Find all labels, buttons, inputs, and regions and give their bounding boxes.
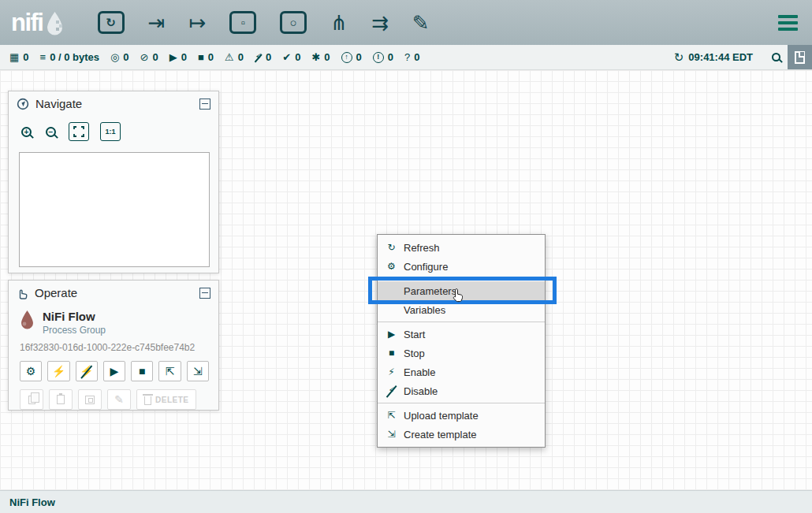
zoom-fit-button[interactable] — [69, 122, 89, 141]
operate-secondary-buttons: ✎ DELETE — [9, 388, 218, 410]
nifi-droplet-logo-icon — [45, 11, 65, 36]
menu-item-stop[interactable]: ■Stop — [378, 344, 545, 362]
stopped-icon: ■ — [198, 52, 204, 62]
note-panel-button[interactable] — [788, 45, 812, 69]
sync-failure-icon: ? — [404, 52, 410, 62]
status-total-queued: ≡0 / 0 bytes — [40, 51, 99, 63]
upload-template-button[interactable]: ⇱ — [158, 361, 181, 381]
not-transmitting-icon: ⊘ — [140, 52, 149, 62]
lightning-slash-icon: ⚡ — [80, 366, 93, 377]
status-locally-modified-and-stale: !0 — [373, 51, 393, 63]
selected-component-type: Process Group — [43, 325, 106, 336]
menu-item-variables[interactable]: Variables — [378, 300, 545, 319]
processor-icon[interactable]: ↻ — [98, 11, 125, 34]
menu-item-parameters[interactable]: Parameters — [378, 281, 545, 300]
refresh-flow-button[interactable]: ↻ 09:41:44 EDT — [674, 51, 753, 63]
global-menu-button[interactable] — [778, 15, 798, 31]
delete-button: DELETE — [136, 389, 196, 410]
nifi-logo: nifi — [11, 9, 65, 37]
actual-size-icon: 1:1 — [105, 128, 115, 136]
operate-primary-buttons: ⚙ ⚡ ⚡ ▶ ■ ⇱ ⇲ — [9, 359, 218, 381]
delete-label: DELETE — [155, 396, 188, 404]
input-port-icon[interactable]: ⇥ — [148, 13, 166, 33]
menu-item-enable[interactable]: ⚡Enable — [378, 362, 545, 381]
operate-title: Operate — [35, 286, 77, 299]
nifi-app: nifi ↻ ⇥ ↦ ▫ ○ ⋔ ⇉ ✎ ▦0 ≡0 / 0 bytes ◎0 … — [0, 0, 812, 513]
output-port-icon[interactable]: ↦ — [188, 13, 206, 33]
disable-button[interactable]: ⚡ — [76, 361, 98, 381]
selected-component-name: NiFi Flow — [43, 310, 106, 323]
zoom-out-button[interactable]: − — [44, 125, 58, 139]
menu-item-disable[interactable]: ⚡Disable — [378, 381, 545, 400]
status-active-threads: ▦0 — [9, 51, 29, 63]
play-icon: ▶ — [386, 329, 397, 340]
navigate-controls: + − 1:1 — [9, 114, 218, 146]
status-sync-failure: ?0 — [404, 51, 419, 63]
menu-item-configure[interactable]: ⚙Configure — [378, 257, 545, 276]
lightning-slash-icon: ⚡ — [386, 385, 397, 396]
operate-palette: Operate NiFi Flow Process Group 16f32830… — [8, 280, 219, 411]
status-stale: ↑0 — [341, 51, 362, 63]
lightning-icon: ⚡ — [52, 366, 65, 377]
locally-modified-and-stale-icon: ! — [373, 52, 384, 63]
zoom-in-button[interactable]: + — [20, 125, 33, 139]
menu-item-refresh[interactable]: ↻Refresh — [378, 238, 545, 257]
funnel-icon[interactable]: ⋔ — [330, 13, 348, 33]
process-group-icon[interactable]: ▫ — [229, 11, 256, 34]
component-toolbar: ↻ ⇥ ↦ ▫ ○ ⋔ ⇉ ✎ — [98, 11, 430, 34]
navigate-header: Navigate — [9, 91, 218, 114]
create-template-icon: ⇲ — [386, 429, 397, 440]
zoom-actual-button[interactable]: 1:1 — [100, 122, 121, 141]
configuration-button[interactable]: ⚙ — [20, 361, 42, 381]
selected-component: NiFi Flow Process Group — [9, 303, 218, 336]
context-menu: ↻Refresh ⚙Configure Parameters Variables… — [377, 234, 546, 448]
create-template-button[interactable]: ⇲ — [187, 361, 209, 381]
enable-button[interactable]: ⚡ — [47, 361, 69, 381]
template-icon[interactable]: ⇉ — [371, 13, 389, 33]
birdseye-map[interactable] — [19, 152, 210, 267]
status-not-transmitting: ⊘0 — [140, 51, 158, 63]
start-button[interactable]: ▶ — [103, 361, 125, 381]
collapse-operate-button[interactable] — [199, 288, 210, 299]
stop-button[interactable]: ■ — [131, 361, 153, 381]
status-transmitting: ◎0 — [110, 51, 129, 63]
refresh-icon: ↻ — [674, 51, 684, 63]
group-button — [78, 389, 102, 410]
breadcrumb-root[interactable]: NiFi Flow — [9, 496, 55, 508]
compass-icon — [17, 98, 29, 110]
copy-icon — [28, 396, 35, 404]
stale-icon: ↑ — [341, 52, 352, 63]
upload-template-icon: ⇱ — [166, 366, 175, 377]
zoom-in-icon: + — [21, 127, 32, 137]
menu-item-create-template[interactable]: ⇲Create template — [378, 425, 545, 444]
active-threads-icon: ▦ — [9, 52, 19, 62]
label-icon[interactable]: ✎ — [412, 13, 430, 33]
create-template-icon: ⇲ — [193, 366, 203, 377]
gear-icon: ⚙ — [386, 261, 397, 272]
trash-icon — [144, 396, 151, 405]
disabled-icon: ⚡ — [255, 52, 262, 62]
running-icon: ▶ — [169, 52, 177, 62]
app-header: nifi ↻ ⇥ ↦ ▫ ○ ⋔ ⇉ ✎ — [0, 0, 812, 45]
menu-separator — [378, 403, 545, 403]
breadcrumb-bar: NiFi Flow — [0, 490, 812, 513]
menu-item-start[interactable]: ▶Start — [378, 325, 545, 344]
remote-process-group-icon[interactable]: ○ — [280, 11, 307, 34]
nifi-logo-text: nifi — [11, 9, 43, 37]
last-refresh-time: 09:41:44 EDT — [688, 51, 753, 63]
stop-icon: ■ — [139, 366, 145, 377]
search-button[interactable] — [764, 45, 788, 69]
copy-button — [20, 389, 43, 410]
brush-icon: ✎ — [114, 394, 124, 405]
menu-separator — [378, 322, 545, 322]
refresh-icon: ↻ — [386, 242, 397, 253]
group-icon — [85, 396, 95, 404]
status-running: ▶0 — [169, 51, 187, 63]
menu-item-upload-template[interactable]: ⇱Upload template — [378, 406, 545, 425]
status-disabled: ⚡0 — [255, 51, 271, 63]
invalid-icon: ⚠ — [225, 52, 234, 62]
collapse-navigate-button[interactable] — [199, 99, 210, 110]
menu-separator — [378, 278, 545, 279]
zoom-out-icon: − — [46, 127, 56, 137]
hand-icon — [17, 287, 28, 299]
